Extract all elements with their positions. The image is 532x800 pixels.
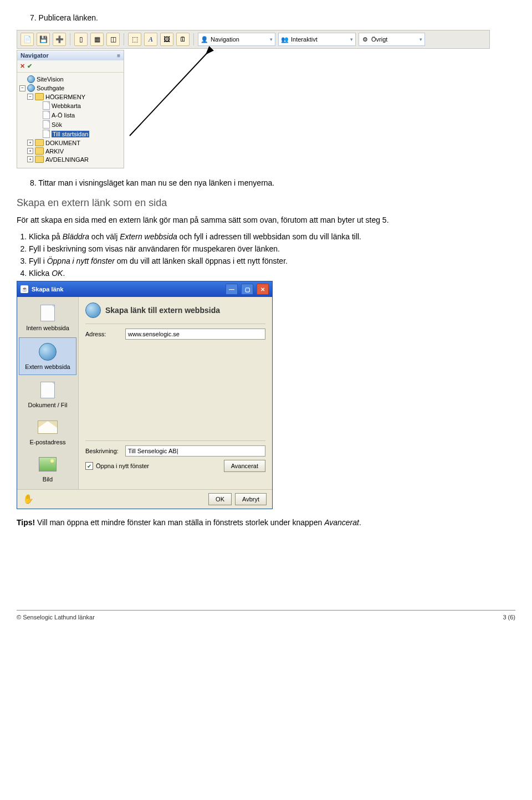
folder-icon (35, 147, 44, 155)
dialog-main: Skapa länk till extern webbsida Adress: … (79, 297, 272, 489)
sidebar-label: Dokument / Fil (28, 402, 68, 409)
tips-text: Vill man öppna ett mindre fönster kan ma… (35, 518, 324, 527)
chevron-down-icon: ▾ (420, 37, 422, 42)
toolbar-layout2-icon[interactable]: ◫ (106, 33, 120, 46)
toolbar-add-icon[interactable]: ➕ (53, 33, 66, 46)
navigator-panel: Navigator ≡ ✕ ✔ SiteVision − Southgate −… (17, 50, 124, 168)
cancel-button[interactable]: Avbryt (235, 493, 267, 505)
tree-label: ARKIV (45, 148, 64, 155)
checkbox-label: Öppna i nytt fönster (96, 463, 149, 469)
sidebar-label: Bild (43, 476, 53, 483)
step-7: 7. Publicera länken. (30, 13, 515, 22)
collapse-icon[interactable]: − (19, 85, 25, 91)
toolbar-new-icon[interactable]: 📄 (21, 33, 34, 46)
editor-toolbar: 📄 💾 ➕ ▯ ▦ ◫ ⬚ A 🖼 🗓 👤 Navigation ▾ 👥 Int… (17, 30, 490, 49)
tree-label: AVDELNINGAR (45, 156, 89, 163)
sidebar-item-intern[interactable]: Intern webbsida (17, 299, 78, 336)
sidebar-item-bild[interactable]: Bild (17, 450, 78, 488)
list-item: Klicka OK. (29, 269, 515, 278)
tree-item-southgate[interactable]: − Southgate (19, 84, 121, 93)
minimize-icon[interactable]: — (226, 284, 238, 295)
instruction-list: Klicka på Bläddra och välj Extern webbsi… (17, 232, 515, 278)
section-title: Skapa en extern länk som en sida (17, 197, 515, 209)
expand-icon[interactable]: + (27, 148, 33, 154)
list-item: Klicka på Bläddra och välj Extern webbsi… (29, 232, 515, 241)
dialog-heading: Skapa länk till extern webbsida (85, 302, 265, 318)
step-8: 8. Tittar man i visningsläget kan man nu… (30, 178, 515, 187)
tree-label: A-Ö lista (52, 112, 75, 119)
list-item: Fyll i beskrivning som visas när använda… (29, 244, 515, 253)
intro-paragraph: För att skapa en sida med en extern länk… (17, 216, 515, 224)
dialog-title: Skapa länk (32, 286, 63, 293)
close-icon[interactable]: ✕ (20, 63, 25, 70)
footer-right: 3 (6) (503, 614, 515, 620)
page-icon (43, 111, 50, 119)
globe-icon (85, 302, 101, 318)
ok-button[interactable]: OK (208, 493, 232, 505)
person-icon: 👤 (201, 35, 208, 43)
sidebar-label: Intern webbsida (26, 325, 69, 332)
menu-icon[interactable]: ≡ (117, 53, 120, 59)
page-icon (38, 304, 58, 322)
ovrigt-label: Övrigt (371, 36, 387, 43)
step-7-num: 7. (30, 13, 37, 22)
step-8-text: Tittar man i visningsläget kan man nu se… (38, 178, 274, 187)
description-input[interactable]: Till Senselogic AB| (125, 445, 265, 457)
tree-item-tillstart[interactable]: Till startsidan (19, 129, 121, 139)
maximize-icon[interactable]: ▢ (241, 284, 253, 295)
tips-italic: Avancerat (324, 518, 359, 527)
sidebar-item-epost[interactable]: E-postadress (17, 413, 78, 450)
toolbar-grid-icon[interactable]: ▦ (90, 33, 104, 46)
close-icon[interactable]: ✕ (257, 284, 269, 295)
sidebar-label: Extern webbsida (25, 363, 70, 371)
page-icon (38, 381, 58, 399)
toolbar-other-dropdown[interactable]: ⚙ Övrigt ▾ (359, 33, 425, 46)
tree-item-avdel[interactable]: + AVDELNINGAR (19, 155, 121, 163)
footer-left: © Senselogic Lathund länkar (17, 614, 95, 620)
toolbar-layout1-icon[interactable]: ▯ (74, 33, 88, 46)
divider (85, 324, 265, 324)
chevron-down-icon: ▾ (270, 37, 273, 42)
expand-icon[interactable]: + (27, 156, 33, 162)
address-input[interactable]: www.senselogic.se (125, 329, 265, 340)
globe-icon (38, 342, 58, 361)
tree-label: Sök (52, 121, 62, 128)
step-8-num: 8. (30, 178, 37, 187)
tree-item-arkiv[interactable]: + ARKIV (19, 147, 121, 155)
check-icon[interactable]: ✔ (27, 63, 32, 70)
toolbar-interactive-dropdown[interactable]: 👥 Interaktivt ▾ (278, 33, 356, 46)
tree-item-root[interactable]: SiteVision (19, 75, 121, 84)
create-link-dialog: ☕ Skapa länk — ▢ ✕ Intern webbsida Exter… (17, 281, 273, 509)
tips-paragraph: Tips! Vill man öppna ett mindre fönster … (17, 518, 515, 527)
dialog-titlebar: ☕ Skapa länk — ▢ ✕ (17, 281, 272, 297)
open-new-window-checkbox[interactable]: ✔ Öppna i nytt fönster (85, 462, 149, 470)
advanced-button[interactable]: Avancerat (224, 460, 265, 472)
tree-item-dokument[interactable]: + DOKUMENT (19, 139, 121, 147)
navigator-controls: ✕ ✔ (17, 60, 124, 73)
tips-bold: Tips! (17, 518, 35, 527)
navigator-tree: SiteVision − Southgate − HÖGERMENY Webbk… (17, 73, 124, 168)
site-icon (27, 84, 35, 92)
tree-item-sok[interactable]: Sök (19, 120, 121, 129)
page-footer: © Senselogic Lathund länkar 3 (6) (17, 610, 515, 620)
tree-label-selected: Till startsidan (52, 131, 89, 137)
tree-item-aolista[interactable]: A-Ö lista (19, 110, 121, 120)
toolbar-save-icon[interactable]: 💾 (37, 33, 50, 46)
java-icon: ☕ (21, 285, 28, 293)
page-icon (43, 101, 50, 110)
hand-icon: ✋ (23, 494, 35, 505)
folder-icon (35, 139, 44, 146)
toolbar-separator (124, 33, 124, 45)
sidebar-item-dokument[interactable]: Dokument / Fil (17, 376, 78, 413)
expand-icon[interactable]: + (27, 140, 33, 146)
tree-item-webbkarta[interactable]: Webbkarta (19, 101, 121, 110)
tree-item-hogermeny[interactable]: − HÖGERMENY (19, 93, 121, 101)
sidebar-label: E-postadress (30, 439, 66, 446)
dialog-sidebar: Intern webbsida Extern webbsida Dokument… (17, 297, 79, 489)
checkbox-icon: ✔ (85, 462, 93, 470)
tree-label: Webbkarta (52, 102, 81, 109)
sidebar-item-extern[interactable]: Extern webbsida (19, 337, 76, 376)
tree-label: HÖGERMENY (45, 94, 85, 100)
collapse-icon[interactable]: − (27, 94, 33, 100)
site-icon (27, 75, 35, 83)
